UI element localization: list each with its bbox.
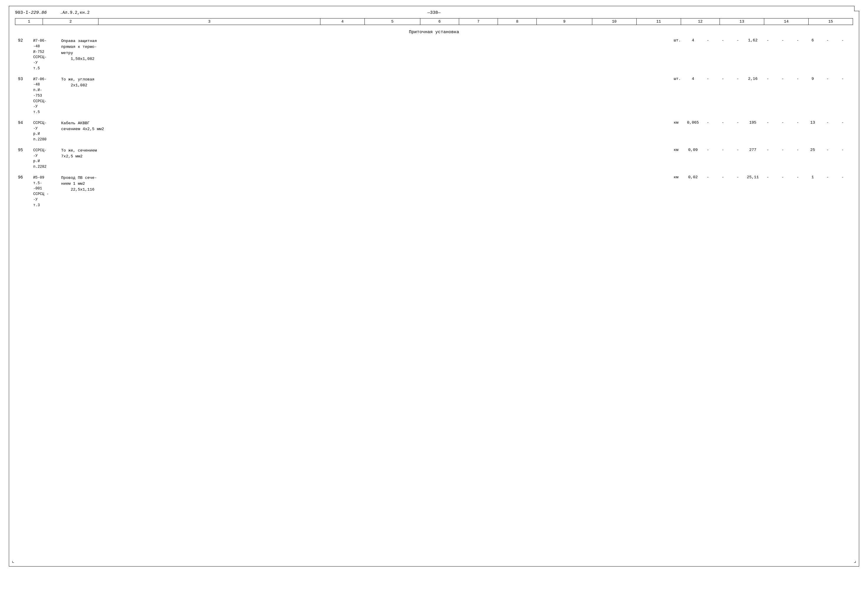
value-cell: 2,16: [745, 77, 760, 81]
corner-decoration: [854, 6, 859, 11]
value-cell: -: [820, 121, 835, 125]
value-cell: -: [790, 77, 805, 81]
item-unit: км: [674, 121, 685, 125]
col-header-14: 14: [764, 19, 808, 25]
value-cell: 0,09: [685, 148, 700, 152]
item-description: Кабель АКВВГсечением 4х2,5 мм2: [61, 121, 674, 132]
item-reference: ССРСЦ- -У р.И п.2280: [33, 121, 61, 143]
value-cell: -: [835, 121, 850, 125]
col-header-5: 5: [365, 19, 420, 25]
value-cell: -: [820, 175, 835, 180]
col-header-11: 11: [636, 19, 681, 25]
value-cell: -: [700, 148, 716, 152]
value-cell: -: [731, 148, 745, 152]
value-cell: -: [790, 175, 805, 180]
value-cell: -: [760, 175, 775, 180]
value-cell: -: [835, 148, 850, 152]
col-header-3: 3: [99, 19, 320, 25]
value-cell: 195: [745, 121, 760, 125]
section-title: Приточная установка: [18, 29, 850, 35]
item-description: Провод ПВ сече-нием 1 мм2 22,5х1,116: [61, 175, 674, 193]
value-cell: -: [760, 77, 775, 81]
col-header-12: 12: [681, 19, 720, 25]
value-cell: -: [820, 148, 835, 152]
value-cell: -: [775, 148, 790, 152]
doc-id-prefix: 903-I-: [15, 10, 31, 15]
value-cell: -: [835, 77, 850, 81]
col-header-2: 2: [43, 19, 99, 25]
list-item: 93И7-06- -48 п.И- -753 ССРСЦ- -У т.5То ж…: [18, 77, 850, 115]
value-cell: -: [790, 148, 805, 152]
content-area: Приточная установка 92И7-06- -48 И-752 С…: [15, 29, 853, 208]
value-cell: -: [760, 148, 775, 152]
value-cell: 25,11: [745, 175, 760, 180]
item-unit: км: [674, 148, 685, 152]
value-cell: -: [716, 148, 731, 152]
header-row: 903-I-229.86 .Ал.9.2,кн.2 —338—: [15, 9, 853, 16]
value-cell: 0,065: [685, 121, 700, 125]
subtitle: .Ал.9.2,кн.2: [60, 10, 90, 15]
item-reference: ССРСЦ- -У р.И п.2282: [33, 148, 61, 170]
value-cell: 0,02: [685, 175, 700, 180]
value-cell: -: [731, 175, 745, 180]
item-number: 93: [18, 77, 33, 81]
col-header-6: 6: [420, 19, 459, 25]
item-unit: шт.: [674, 77, 685, 81]
item-reference: И7-06- -48 п.И- -753 ССРСЦ- -У т.5: [33, 77, 61, 115]
value-cell: 9: [805, 77, 820, 81]
value-cell: -: [700, 77, 716, 81]
list-item: 95ССРСЦ- -У р.И п.2282То же, сечением7х2…: [18, 148, 850, 170]
value-cell: 4: [685, 77, 700, 81]
col-header-15: 15: [808, 19, 853, 25]
doc-id: 903-I-229.86 .Ал.9.2,кн.2: [15, 10, 90, 15]
col-header-10: 10: [592, 19, 636, 25]
value-cell: -: [790, 38, 805, 43]
col-header-9: 9: [537, 19, 592, 25]
value-cell: -: [790, 121, 805, 125]
items-container: 92И7-06- -48 И-752 ССРСЦ- -У т.5Оправа з…: [18, 38, 850, 208]
header-row-cols: 1 2 3 4 5 6 7 8 9 10 11 12 13 14 15: [15, 19, 853, 25]
value-cell: -: [835, 38, 850, 43]
item-values: 0,09---277---25--: [685, 148, 850, 152]
value-cell: 4: [685, 38, 700, 43]
item-values: 0,065---195---13--: [685, 121, 850, 125]
bottom-left-corner: ⌞: [12, 558, 15, 564]
item-description: Оправа защитнаяпрямая к термо-метру 1,50…: [61, 38, 674, 62]
item-unit: шт.: [674, 38, 685, 43]
item-reference: И5-09 т.5- -001 ССРСЦ - -У т.3: [33, 175, 61, 208]
value-cell: -: [716, 77, 731, 81]
value-cell: -: [775, 38, 790, 43]
value-cell: -: [731, 38, 745, 43]
value-cell: 1: [805, 175, 820, 180]
page-number: —338—: [427, 10, 441, 15]
item-number: 92: [18, 38, 33, 43]
item-values: 0,02---25,11---1--: [685, 175, 850, 180]
item-number: 96: [18, 175, 33, 180]
item-description: То же, сечением7х2,5 мм2: [61, 148, 674, 160]
value-cell: 25: [805, 148, 820, 152]
item-values: 4---1,62---6--: [685, 38, 850, 43]
item-unit: км: [674, 175, 685, 180]
item-description: То же, угловая 2х1,082: [61, 77, 674, 89]
value-cell: -: [820, 38, 835, 43]
col-header-13: 13: [720, 19, 764, 25]
col-header-7: 7: [459, 19, 497, 25]
value-cell: -: [760, 38, 775, 43]
doc-id-italic: 229.86: [31, 10, 47, 15]
value-cell: -: [775, 77, 790, 81]
value-cell: 1,62: [745, 38, 760, 43]
value-cell: 6: [805, 38, 820, 43]
list-item: 96И5-09 т.5- -001 ССРСЦ - -У т.3Провод П…: [18, 175, 850, 208]
list-item: 92И7-06- -48 И-752 ССРСЦ- -У т.5Оправа з…: [18, 38, 850, 71]
item-reference: И7-06- -48 И-752 ССРСЦ- -У т.5: [33, 38, 61, 71]
value-cell: -: [731, 77, 745, 81]
value-cell: -: [760, 121, 775, 125]
col-header-8: 8: [497, 19, 536, 25]
col-header-4: 4: [320, 19, 365, 25]
item-number: 94: [18, 121, 33, 125]
value-cell: -: [820, 77, 835, 81]
col-header-1: 1: [15, 19, 43, 25]
value-cell: -: [700, 175, 716, 180]
value-cell: -: [731, 121, 745, 125]
value-cell: -: [716, 175, 731, 180]
